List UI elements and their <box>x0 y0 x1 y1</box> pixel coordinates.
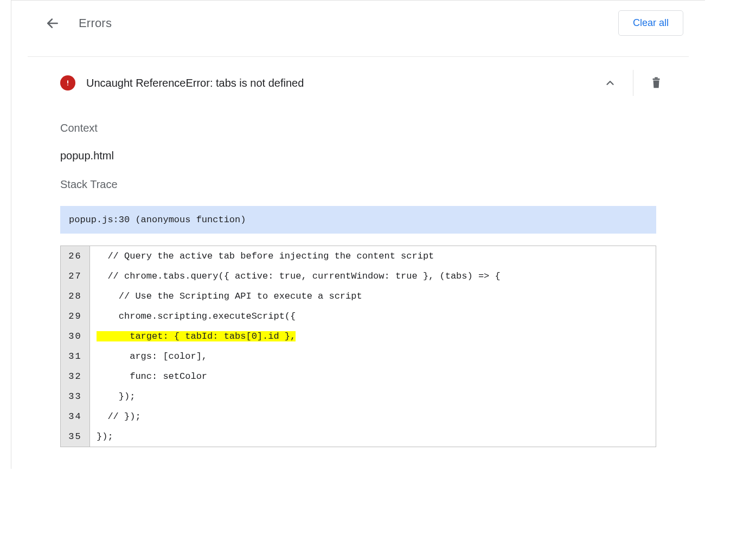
page-title: Errors <box>79 16 112 30</box>
svg-rect-4 <box>655 77 658 78</box>
errors-panel: Errors Clear all Uncaught ReferenceError… <box>11 0 705 469</box>
svg-rect-2 <box>67 85 68 86</box>
code-viewer: 26 // Query the active tab before inject… <box>60 246 656 447</box>
code-text: }); <box>90 386 656 406</box>
code-line: 27 // chrome.tabs.query({ active: true, … <box>61 266 656 286</box>
arrow-left-icon <box>46 16 60 30</box>
delete-error-button[interactable] <box>643 70 669 96</box>
svg-rect-3 <box>653 79 660 80</box>
code-line: 34 // }); <box>61 406 656 427</box>
line-number: 30 <box>61 326 90 346</box>
code-line: 31 args: [color], <box>61 346 656 366</box>
line-number: 27 <box>61 266 90 286</box>
action-divider <box>633 70 633 96</box>
stack-trace-heading: Stack Trace <box>60 178 656 191</box>
collapse-button[interactable] <box>597 70 623 96</box>
code-text: }); <box>90 427 656 447</box>
code-text: // Query the active tab before injecting… <box>90 246 656 266</box>
code-text: // chrome.tabs.query({ active: true, cur… <box>90 266 656 286</box>
code-text: // }); <box>90 406 656 427</box>
highlighted-code: target: { tabId: tabs[0].id }, <box>97 331 296 341</box>
line-number: 28 <box>61 286 90 306</box>
stack-frame[interactable]: popup.js:30 (anonymous function) <box>60 206 656 234</box>
context-heading: Context <box>60 122 656 134</box>
code-line: 26 // Query the active tab before inject… <box>61 246 656 266</box>
code-text: // Use the Scripting API to execute a sc… <box>90 286 656 306</box>
code-line: 30 target: { tabId: tabs[0].id }, <box>61 326 656 346</box>
code-line: 32 func: setColor <box>61 366 656 386</box>
trash-icon <box>650 76 662 89</box>
context-value: popup.html <box>60 150 656 162</box>
line-number: 35 <box>61 427 90 447</box>
line-number: 33 <box>61 386 90 406</box>
code-line: 33 }); <box>61 386 656 406</box>
line-number: 26 <box>61 246 90 266</box>
code-line: 35}); <box>61 427 656 447</box>
back-button[interactable] <box>42 12 63 34</box>
error-row: Uncaught ReferenceError: tabs is not def… <box>11 57 705 109</box>
code-text: target: { tabId: tabs[0].id }, <box>90 326 656 346</box>
code-text: func: setColor <box>90 366 656 386</box>
error-message: Uncaught ReferenceError: tabs is not def… <box>86 77 597 89</box>
error-details: Context popup.html Stack Trace popup.js:… <box>11 122 705 447</box>
line-number: 32 <box>61 366 90 386</box>
line-number: 29 <box>61 306 90 326</box>
chevron-up-icon <box>604 77 616 89</box>
line-number: 34 <box>61 406 90 427</box>
code-text: args: [color], <box>90 346 656 366</box>
code-line: 28 // Use the Scripting API to execute a… <box>61 286 656 306</box>
code-line: 29 chrome.scripting.executeScript({ <box>61 306 656 326</box>
error-icon <box>60 75 75 91</box>
header-bar: Errors Clear all <box>11 1 705 46</box>
svg-rect-1 <box>67 80 68 83</box>
clear-all-button[interactable]: Clear all <box>618 10 683 36</box>
code-text: chrome.scripting.executeScript({ <box>90 306 656 326</box>
line-number: 31 <box>61 346 90 366</box>
